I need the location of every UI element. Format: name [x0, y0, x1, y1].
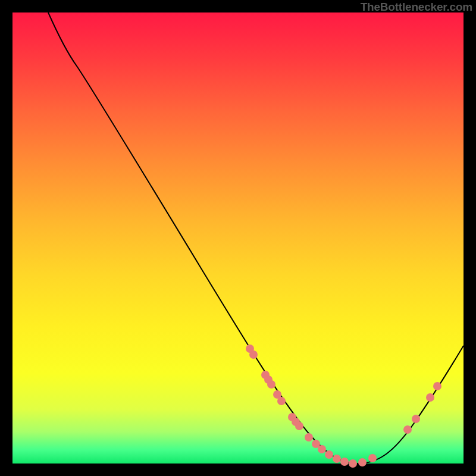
data-dot — [249, 350, 258, 359]
data-dot — [358, 458, 367, 466]
data-dot — [295, 422, 303, 430]
data-dot — [426, 393, 434, 402]
bottleneck-curve — [48, 12, 464, 464]
data-dot — [318, 445, 326, 453]
data-dot — [325, 450, 333, 459]
data-dot — [368, 454, 377, 462]
data-dot — [403, 425, 412, 434]
chart-overlay — [12, 12, 464, 464]
data-dot — [267, 380, 275, 389]
data-dot — [340, 458, 349, 466]
data-dot — [433, 382, 441, 390]
attribution-text: TheBottlenecker.com — [361, 1, 472, 14]
data-dot — [277, 397, 286, 405]
data-dots — [246, 345, 441, 468]
data-dot — [412, 415, 420, 423]
data-dot — [349, 459, 357, 468]
data-dot — [305, 433, 313, 441]
data-dot — [333, 455, 341, 463]
